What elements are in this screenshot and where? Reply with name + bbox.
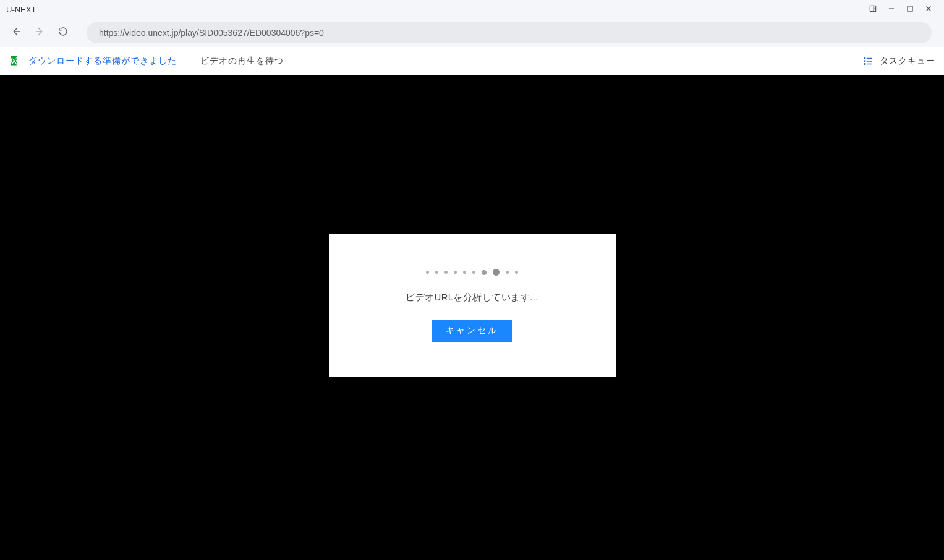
url-input[interactable]: [99, 28, 919, 38]
modal-message: ビデオURLを分析しています...: [406, 292, 538, 303]
svg-rect-15: [864, 63, 865, 65]
waiting-playback-text: ビデオの再生を待つ: [200, 56, 284, 67]
forward-icon: [34, 26, 45, 40]
dot: [435, 271, 438, 274]
hourglass-icon: [9, 56, 20, 67]
minimize-button[interactable]: [882, 0, 901, 19]
download-ready-text: ダウンロードする準備ができました: [28, 56, 177, 67]
dot: [515, 271, 518, 274]
close-icon: [924, 4, 933, 15]
panel-icon: [869, 4, 877, 15]
dot: [426, 271, 429, 274]
back-button[interactable]: [6, 23, 26, 43]
loading-dots: [426, 269, 518, 276]
dot: [444, 271, 448, 274]
dot: [482, 270, 487, 275]
dot: [472, 271, 475, 274]
cancel-button[interactable]: キャンセル: [432, 320, 512, 342]
dot: [454, 271, 457, 274]
reload-button[interactable]: [53, 23, 73, 43]
task-queue-button[interactable]: タスクキュー: [862, 56, 935, 67]
panel-button[interactable]: [864, 0, 882, 19]
window-title: U-NEXT: [6, 5, 36, 14]
analyzing-modal: ビデオURLを分析しています... キャンセル: [329, 234, 616, 377]
maximize-button[interactable]: [901, 0, 919, 19]
queue-icon: [862, 56, 874, 67]
minimize-icon: [887, 4, 896, 15]
svg-rect-16: [867, 64, 872, 65]
dot: [463, 271, 466, 274]
svg-rect-13: [864, 61, 865, 62]
forward-button[interactable]: [30, 23, 49, 43]
reload-icon: [57, 26, 69, 40]
svg-rect-11: [864, 57, 865, 59]
status-bar: ダウンロードする準備ができました ビデオの再生を待つ タスクキュー: [0, 47, 944, 75]
nav-bar: [0, 19, 944, 47]
video-content-area: ビデオURLを分析しています... キャンセル: [0, 75, 944, 560]
task-queue-label: タスクキュー: [880, 56, 935, 67]
close-button[interactable]: [919, 0, 938, 19]
dot: [506, 271, 509, 274]
dot: [493, 269, 500, 276]
back-icon: [11, 26, 22, 40]
svg-rect-14: [867, 61, 872, 62]
svg-rect-12: [867, 58, 872, 59]
svg-rect-6: [908, 6, 912, 11]
maximize-icon: [906, 4, 914, 15]
title-bar: U-NEXT: [0, 0, 944, 19]
url-bar[interactable]: [87, 22, 932, 43]
